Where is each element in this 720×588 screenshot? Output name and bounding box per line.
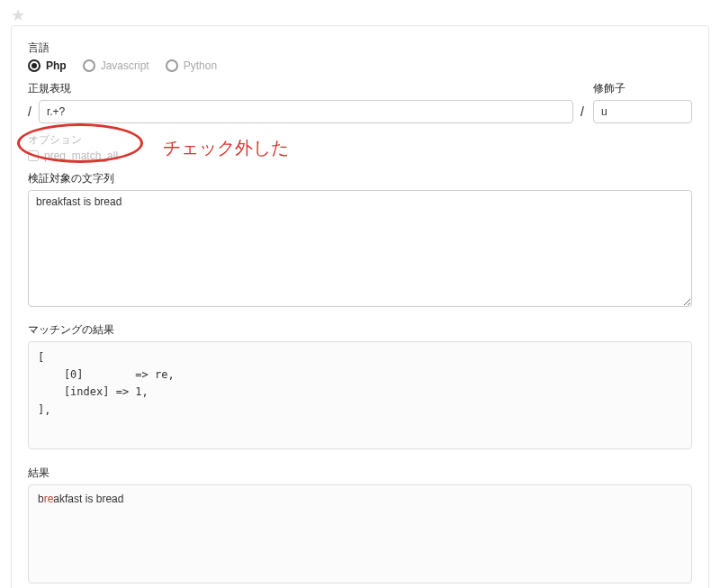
radio-icon bbox=[83, 59, 95, 72]
regex-slash-close: / bbox=[580, 104, 584, 119]
match-result-line: ], bbox=[38, 402, 682, 419]
language-radio-label: Php bbox=[46, 59, 67, 72]
language-radio-label: Javascript bbox=[101, 59, 149, 72]
target-string-textarea[interactable]: breakfast is bread bbox=[28, 190, 692, 307]
checkbox-icon bbox=[28, 150, 39, 161]
radio-icon bbox=[28, 59, 40, 72]
match-result-label: マッチングの結果 bbox=[28, 322, 692, 338]
highlighted-match: re bbox=[44, 493, 54, 505]
language-radio-python[interactable]: Python bbox=[166, 59, 217, 72]
match-result-line: [0] => re, bbox=[38, 366, 682, 384]
favorite-star-icon[interactable]: ★ bbox=[11, 7, 709, 23]
target-string-label: 検証対象の文字列 bbox=[28, 171, 692, 186]
match-result-line: [index] => 1, bbox=[38, 384, 682, 401]
final-result-label: 結果 bbox=[28, 466, 692, 481]
regex-tester-panel: 言語 Php Javascript Python 正規表現 / / 修飾子 bbox=[11, 25, 709, 588]
preg-match-all-label: preg_match_all bbox=[44, 149, 118, 162]
match-result-box: [ [0] => re, [index] => 1, ], bbox=[28, 341, 692, 449]
language-radio-label: Python bbox=[184, 59, 217, 72]
options-label: オプション bbox=[28, 132, 692, 148]
language-label: 言語 bbox=[28, 41, 692, 56]
match-result-line: [ bbox=[38, 349, 682, 366]
regex-slash-open: / bbox=[28, 104, 32, 119]
preg-match-all-checkbox[interactable]: preg_match_all bbox=[28, 149, 118, 162]
modifiers-label: 修飾子 bbox=[593, 81, 692, 96]
language-radio-group: Php Javascript Python bbox=[28, 59, 692, 72]
modifiers-input[interactable] bbox=[593, 100, 692, 123]
regex-input[interactable] bbox=[39, 100, 573, 123]
radio-icon bbox=[166, 59, 178, 72]
final-result-text: breakfast is bread bbox=[38, 493, 123, 505]
regex-label: 正規表現 bbox=[28, 81, 584, 96]
language-radio-javascript[interactable]: Javascript bbox=[83, 59, 149, 72]
final-result-box: breakfast is bread bbox=[28, 484, 692, 583]
language-radio-php[interactable]: Php bbox=[28, 59, 67, 72]
